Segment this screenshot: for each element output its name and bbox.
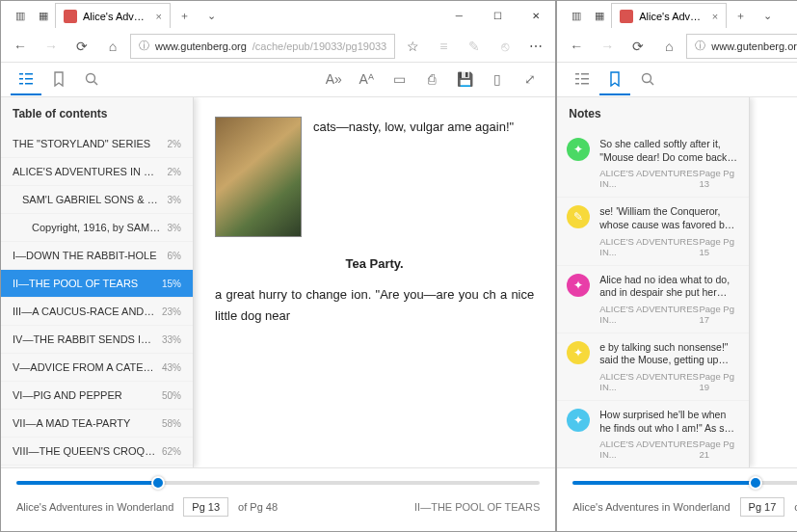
toc-item[interactable]: IX—WHO STOLE THE TARTS?69% xyxy=(1,466,193,467)
more-button[interactable]: ⋯ xyxy=(522,33,549,60)
svg-rect-13 xyxy=(581,83,589,85)
note-source: ALICE'S ADVENTURES IN... xyxy=(599,236,699,257)
toc-pct: 23% xyxy=(156,306,181,317)
close-tab-icon[interactable]: × xyxy=(712,11,718,22)
close-tab-icon[interactable]: × xyxy=(156,11,162,22)
toc-item[interactable]: Copyright, 1916, by SAM'L GABRIEL SON3% xyxy=(1,214,193,242)
bookmarks-tool[interactable] xyxy=(599,65,630,95)
page-input[interactable]: Pg 17 xyxy=(740,497,785,517)
toc-item[interactable]: V—ADVICE FROM A CATERPILLAR43% xyxy=(1,354,193,382)
note-page: Page Pg 17 xyxy=(699,304,739,325)
site-info-icon[interactable]: ⓘ xyxy=(139,39,149,53)
toc-item[interactable]: III—A CAUCUS-RACE AND A LONG TALE23% xyxy=(1,298,193,326)
toc-item[interactable]: VIII—THE QUEEN'S CROQUET GROUND62% xyxy=(1,438,193,466)
bookmarks-tool[interactable] xyxy=(43,65,74,95)
toc-item[interactable]: VII—A MAD TEA-PARTY58% xyxy=(1,410,193,438)
layout-icon[interactable]: ▭ xyxy=(384,65,414,95)
tabs-icon[interactable]: ▦ xyxy=(588,10,611,22)
progress-slider[interactable] xyxy=(16,481,540,485)
body-line: " quite a chorus of voices xyxy=(771,117,797,136)
body-line: omfits; this caused some xyxy=(771,301,797,320)
fullscreen-icon[interactable]: ⤢ xyxy=(515,65,545,95)
chapter-label: II—THE POOL OF TEARS xyxy=(414,501,540,513)
progress-slider[interactable] xyxy=(572,481,797,485)
close-window-button[interactable]: ✕ xyxy=(517,1,555,30)
maximize-button[interactable]: ☐ xyxy=(478,1,517,30)
toc-item[interactable]: VI—PIG AND PEPPER50% xyxy=(1,382,193,410)
svg-rect-0 xyxy=(19,73,23,75)
toc-pct: 50% xyxy=(156,390,181,401)
toc-tool[interactable] xyxy=(11,65,41,95)
url-input[interactable]: ⓘ www.gutenberg.org/cache/epub/19033/pg1… xyxy=(130,34,395,59)
search-tool[interactable] xyxy=(632,65,663,95)
tab-dropdown-icon[interactable]: ⌄ xyxy=(754,10,781,22)
notes-shortcut-icon[interactable]: ✎ xyxy=(461,33,488,60)
toc-item[interactable]: IV—THE RABBIT SENDS IN A LITTLE BILL33% xyxy=(1,326,193,354)
toc-item[interactable]: I—DOWN THE RABBIT-HOLE6% xyxy=(1,242,193,270)
notes-panel: Notes ✦So she called softly after it, "M… xyxy=(557,97,750,467)
page-total: of Pg 48 xyxy=(238,501,278,513)
refresh-button[interactable]: ⟳ xyxy=(68,33,95,60)
note-page: Page Pg 15 xyxy=(699,236,739,257)
site-info-icon[interactable]: ⓘ xyxy=(695,39,705,53)
favorite-button[interactable]: ☆ xyxy=(399,33,426,60)
body-line: led out a box of comfits xyxy=(771,233,797,253)
body-line: e party at once crowded xyxy=(771,165,797,184)
toc-pct: 2% xyxy=(162,139,181,149)
refresh-button[interactable]: ⟳ xyxy=(624,33,651,60)
new-tab-button[interactable]: ＋ xyxy=(727,9,754,23)
svg-point-6 xyxy=(87,73,95,82)
browser-tab[interactable]: Alice's Adventures in W × xyxy=(611,3,727,28)
share-button[interactable]: ⎋ xyxy=(491,33,518,60)
minimize-button[interactable]: ─ xyxy=(439,1,478,30)
body-line: d the small ones choked xyxy=(771,339,797,359)
search-tool[interactable] xyxy=(76,65,107,95)
read-aloud-icon[interactable]: A» xyxy=(318,65,349,95)
toc-item[interactable]: SAM'L GABRIEL SONS & COMPANY NEW Y3% xyxy=(1,186,193,214)
toc-pct: 15% xyxy=(156,279,181,289)
content-area: Notes ✦So she called softly after it, "M… xyxy=(557,97,797,467)
slider-thumb[interactable] xyxy=(749,476,762,490)
toc-item[interactable]: II—THE POOL OF TEARS15% xyxy=(1,270,193,298)
toc-label: SAM'L GABRIEL SONS & COMPANY NEW Y xyxy=(22,194,162,205)
save-icon[interactable]: 💾 xyxy=(449,65,480,95)
slider-thumb[interactable] xyxy=(151,476,165,490)
back-button[interactable]: ← xyxy=(7,33,34,60)
note-color-icon: ✦ xyxy=(567,274,590,297)
toc-pct: 3% xyxy=(162,223,181,233)
note-item[interactable]: ✦Alice had no idea what to do, and in de… xyxy=(557,266,749,333)
text-size-icon[interactable]: Aᴬ xyxy=(351,65,382,95)
note-item[interactable]: ✦How surprised he'll be when he finds ou… xyxy=(557,401,749,467)
body-line xyxy=(771,417,797,427)
note-item[interactable]: ✎se! 'William the Conqueror, whose cause… xyxy=(557,198,749,265)
svg-rect-5 xyxy=(25,83,33,85)
new-tab-button[interactable]: ＋ xyxy=(171,9,198,23)
forward-button[interactable]: → xyxy=(38,33,65,60)
forward-button[interactable]: → xyxy=(594,33,621,60)
set-aside-icon[interactable]: ▥ xyxy=(9,10,32,22)
toc-item[interactable]: ALICE'S ADVENTURES IN WONDERLAND2% xyxy=(1,158,193,186)
note-color-icon: ✦ xyxy=(567,341,590,364)
toc-label: VI—PIG AND PEPPER xyxy=(13,389,122,401)
back-button[interactable]: ← xyxy=(563,33,590,60)
set-aside-icon[interactable]: ▥ xyxy=(565,10,588,22)
tabs-icon[interactable]: ▦ xyxy=(32,10,55,22)
tab-dropdown-icon[interactable]: ⌄ xyxy=(198,10,225,22)
toc-tool[interactable] xyxy=(567,65,598,95)
home-button[interactable]: ⌂ xyxy=(655,33,682,60)
toc-item[interactable]: THE "STORYLAND" SERIES2% xyxy=(1,130,193,158)
toc-label: V—ADVICE FROM A CATERPILLAR xyxy=(13,361,156,373)
print-icon[interactable]: ⎙ xyxy=(416,65,447,95)
url-input[interactable]: ⓘ www.gutenberg.org/cache/epub/19033/pg1… xyxy=(686,34,797,59)
page-input[interactable]: Pg 13 xyxy=(183,497,228,517)
reading-list-icon[interactable]: ≡ xyxy=(430,33,457,60)
home-button[interactable]: ⌂ xyxy=(99,33,126,60)
titlebar: ▥ ▦ Alice's Adventures in W × ＋ ⌄ ─ ☐ ✕ xyxy=(1,1,555,30)
note-item[interactable]: ✦So she called softly after it, "Mouse d… xyxy=(557,130,749,198)
note-item[interactable]: ✦e by talking such nonsense!" said the M… xyxy=(557,333,749,401)
pin-icon[interactable]: ▯ xyxy=(482,65,513,95)
svg-rect-8 xyxy=(575,73,579,75)
caption: Tea Party. xyxy=(215,253,534,275)
body-line: d be offended again. xyxy=(771,466,797,467)
browser-tab[interactable]: Alice's Adventures in W × xyxy=(55,3,171,28)
